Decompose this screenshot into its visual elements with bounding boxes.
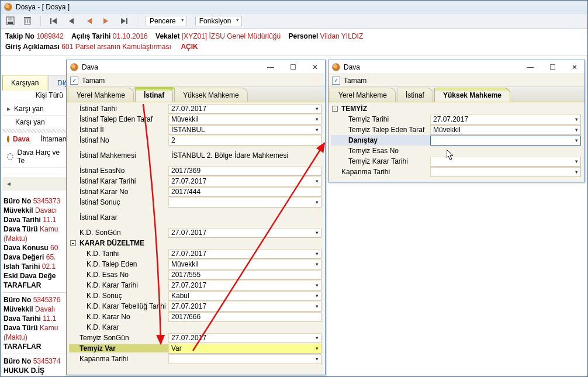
maximize-button[interactable]: ☐ xyxy=(546,62,559,72)
nav-next-red-icon[interactable] xyxy=(102,16,111,26)
kde-field[interactable]: 2017/555 xyxy=(168,270,321,280)
tt-label: Temyiz Tarihi xyxy=(331,115,430,123)
maximize-button[interactable]: ☐ xyxy=(286,62,299,72)
case-list: Büro No 5345373 Müvekkil Davacı Dava Tar… xyxy=(4,196,67,377)
minimize-button[interactable]: — xyxy=(524,62,537,72)
nav-last-icon[interactable] xyxy=(119,16,129,26)
close-button[interactable]: ✕ xyxy=(568,62,581,72)
dlg2-title: Dava xyxy=(344,63,360,71)
dlg2-form: −TEMYİZ Temyiz Tarihi27.07.2017▾ Temyiz … xyxy=(328,102,584,181)
tsg-label: Temyiz SonGün xyxy=(69,334,168,342)
ten-label: Temyiz Esas No xyxy=(331,147,430,155)
tamam-label: Tamam xyxy=(344,77,366,85)
giris-label: Giriş Açıklaması xyxy=(5,43,60,51)
menu-pencere[interactable]: Pencere xyxy=(146,16,187,26)
kdsg-field[interactable]: 27.07.2017▾ xyxy=(168,228,321,238)
mah-label: İstinaf Mahkemesi xyxy=(69,151,168,160)
acilis-val: 01.10.2016 xyxy=(113,32,148,40)
tamam-label: Tamam xyxy=(82,77,105,85)
kdkn-field[interactable]: 2017/666 xyxy=(168,312,321,322)
dlg2-tabs: Yerel Mahkeme İstinaf Yüksek Mahkeme xyxy=(328,87,584,102)
toolbar-sep xyxy=(40,16,41,26)
main-title-text: Dosya - [ Dosya ] xyxy=(16,3,70,11)
tab-yerel[interactable]: Yerel Mahkeme xyxy=(330,88,396,102)
personel-val: Vildan YILDIZ xyxy=(320,32,364,40)
kdte-field[interactable]: Müvekkil▾ xyxy=(168,260,321,269)
trash-icon[interactable] xyxy=(23,16,32,26)
tab-yerel[interactable]: Yerel Mahkeme xyxy=(68,88,134,102)
kde-label: K.D. Esas No xyxy=(69,271,168,279)
nav-prev-red-icon[interactable] xyxy=(84,16,94,26)
dava-row[interactable]: Dava İhtarname xyxy=(2,133,68,146)
temyiz-section[interactable]: −TEMYİZ xyxy=(331,103,581,114)
tab-yuksek[interactable]: Yüksek Mahkeme xyxy=(174,88,247,102)
kisi-turu-row: Kişi Türü xyxy=(2,89,68,102)
kdt-label: K.D. Tarihi xyxy=(69,250,168,258)
ten-field[interactable] xyxy=(430,146,581,156)
tab-karsiyan[interactable]: Karşıyan xyxy=(2,75,47,91)
kap-label: Kapanma Tarihi xyxy=(69,355,168,363)
esas-label: İstinaf EsasNo xyxy=(69,167,168,175)
no-field[interactable]: 2 xyxy=(168,136,321,146)
dlg2-checkbar: ✓ Tamam xyxy=(328,74,584,87)
kdk-field xyxy=(168,323,321,333)
tamam-checkbox[interactable]: ✓ xyxy=(70,77,78,85)
nav-first-icon[interactable] xyxy=(49,16,58,26)
karar-label: İstinaf Karar xyxy=(69,213,168,222)
tt-field[interactable]: 27.07.2017▾ xyxy=(430,115,581,124)
menu-fonksiyon[interactable]: Fonksiyon xyxy=(195,16,243,26)
kds-label: K.D. Sonuç xyxy=(69,292,168,300)
ikno-field[interactable]: 2017/444 xyxy=(168,187,321,197)
takip-no: 1089842 xyxy=(36,32,64,40)
il-label: İstinaf İl xyxy=(69,126,168,134)
tsg-field[interactable]: 27.07.2017▾ xyxy=(168,333,321,343)
tte-field[interactable]: Müvekkil▾ xyxy=(430,125,581,135)
close-button[interactable]: ✕ xyxy=(309,62,321,72)
dlg1-form: İstinaf Tarihi27.07.2017▾ İstinaf Talep … xyxy=(67,102,325,368)
karsi1-row[interactable]: ▸Karşı yan xyxy=(2,102,68,116)
it-field[interactable]: 27.07.2017▾ xyxy=(168,104,321,114)
kd-section[interactable]: −KARAR DÜZELTME xyxy=(69,238,321,248)
kdte-label: K.D. Talep Eden xyxy=(69,260,168,268)
kdtt-label: K.D. Karar Tebellüğ Tarihi xyxy=(69,302,168,310)
dlg-yuksek: Dava — ☐ ✕ ✓ Tamam Yerel Mahkeme İstinaf… xyxy=(328,60,585,182)
dan-field[interactable]: ▾ xyxy=(430,136,581,146)
tab-istinaf[interactable]: İstinaf xyxy=(397,88,433,102)
kdkt-label: K.D. Karar Tarihi xyxy=(69,281,168,289)
kdt-field[interactable]: 27.07.2017▾ xyxy=(168,249,321,259)
kap2-field[interactable]: ▾ xyxy=(430,167,581,177)
ikt-field[interactable]: 27.07.2017▾ xyxy=(168,177,321,186)
save-icon[interactable] xyxy=(5,16,15,26)
dlg2-titlebar[interactable]: Dava — ☐ ✕ xyxy=(328,60,584,74)
il-field[interactable]: İSTANBUL▾ xyxy=(168,125,321,135)
tab-yuksek[interactable]: Yüksek Mahkeme xyxy=(434,88,510,102)
son-field[interactable]: ▾ xyxy=(168,198,321,207)
harc-row[interactable]: Dava Harç ve Te xyxy=(2,146,68,168)
tv-field[interactable]: Var▾ xyxy=(168,344,321,354)
kdkt-field[interactable]: 27.07.2017▾ xyxy=(168,281,321,290)
svg-marker-9 xyxy=(52,18,57,24)
svg-rect-8 xyxy=(50,18,51,24)
kap-field[interactable]: ▾ xyxy=(168,354,321,364)
expand-row[interactable]: ◂ xyxy=(2,177,68,191)
tab-istinaf[interactable]: İstinaf xyxy=(135,88,173,102)
app-icon xyxy=(4,3,12,11)
radio-on-icon xyxy=(7,136,9,143)
karsi2-row[interactable]: Karşı yan xyxy=(2,116,68,129)
nav-prev-icon[interactable] xyxy=(67,16,76,26)
dlg1-titlebar[interactable]: Dava — ☐ ✕ xyxy=(67,60,325,74)
acik-badge: AÇIK xyxy=(181,43,198,51)
kdtt-field[interactable]: 27.07.2017▾ xyxy=(168,302,321,312)
ikno-label: İstinaf Karar No xyxy=(69,188,168,196)
minimize-button[interactable]: — xyxy=(264,62,277,72)
tkt-field[interactable]: ▾ xyxy=(430,157,581,167)
collapse-icon: − xyxy=(70,240,76,246)
tamam-checkbox[interactable]: ✓ xyxy=(332,77,340,85)
collapse-icon: − xyxy=(332,106,338,112)
kds-field[interactable]: Kabul▾ xyxy=(168,291,321,301)
kdsg-label: K.D. SonGün xyxy=(69,229,168,237)
ite-field[interactable]: Müvekkil▾ xyxy=(168,115,321,124)
personel-label: Personel xyxy=(289,32,319,40)
esas-field[interactable]: 2017/369 xyxy=(168,166,321,176)
acilis-label: Açılış Tarihi xyxy=(71,32,110,40)
